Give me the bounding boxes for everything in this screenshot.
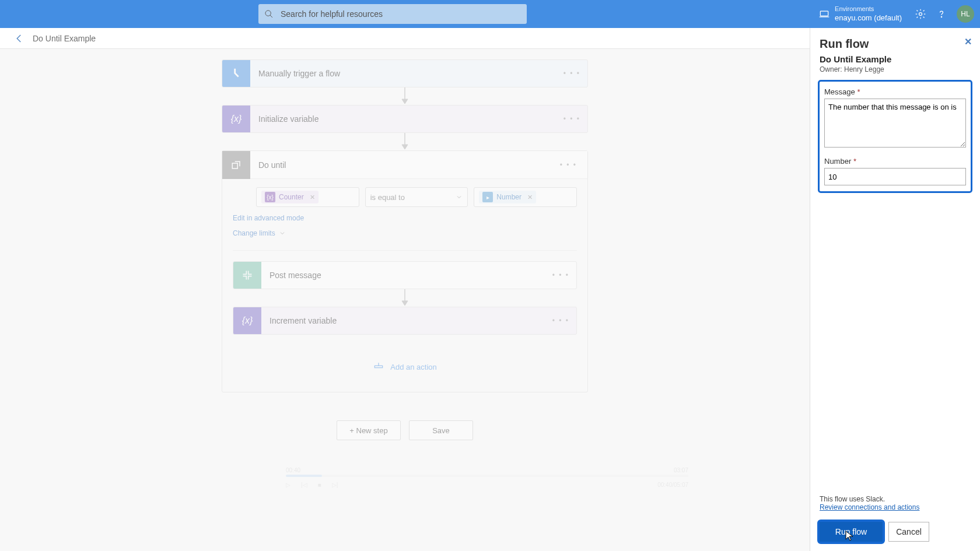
page-title: Do Until Example <box>33 34 96 43</box>
slack-icon <box>233 261 261 289</box>
do-until-header[interactable]: Do until • • • <box>222 151 587 179</box>
form-highlight: Message * Number * <box>820 82 971 191</box>
next-icon[interactable]: ▷| <box>332 482 338 488</box>
close-icon[interactable]: ✕ <box>964 36 972 47</box>
back-arrow-icon[interactable] <box>14 33 24 44</box>
uses-text: This flow uses Slack. <box>820 495 971 503</box>
time-counter: 00:40/05:07 <box>657 482 688 488</box>
panel-title: Run flow <box>820 37 971 51</box>
loop-icon <box>222 151 250 179</box>
help-icon[interactable] <box>936 8 947 20</box>
condition-row: {x} Counter ✕ is equal to ▸ Number ✕ <box>222 179 587 212</box>
number-chip[interactable]: ▸ Number ✕ <box>479 191 536 203</box>
condition-operator[interactable]: is equal to <box>365 187 468 207</box>
connector-arrow <box>233 289 577 307</box>
condition-left[interactable]: {x} Counter ✕ <box>256 187 359 207</box>
svg-point-3 <box>919 13 922 16</box>
time-current: 00:40 <box>286 467 300 473</box>
panel-owner: Owner: Henry Legge <box>820 65 971 73</box>
save-button[interactable]: Save <box>409 420 473 440</box>
svg-point-0 <box>265 10 271 16</box>
chip-var-icon: {x} <box>265 192 275 202</box>
panel-subtitle: Do Until Example <box>820 54 971 64</box>
do-until-label: Do until <box>250 160 286 170</box>
number-input[interactable] <box>824 168 966 185</box>
chip-remove-icon[interactable]: ✕ <box>527 194 533 201</box>
svg-point-4 <box>941 16 942 17</box>
env-name: enayu.com (default) <box>835 13 902 23</box>
search-box[interactable] <box>258 4 527 24</box>
chip-input-icon: ▸ <box>482 192 493 202</box>
gear-icon[interactable] <box>915 8 926 20</box>
change-limits-link[interactable]: Change limits <box>222 224 587 245</box>
init-var-label: Initialize variable <box>250 114 319 124</box>
step-do-until: Do until • • • {x} Counter ✕ is equal to <box>222 150 588 392</box>
environment-selector[interactable]: Environments enayu.com (default) <box>835 5 902 23</box>
post-message-label: Post message <box>261 271 321 280</box>
chevron-down-icon <box>279 230 286 237</box>
number-label: Number * <box>824 157 966 166</box>
env-label: Environments <box>835 5 902 13</box>
avatar[interactable]: HL <box>957 5 974 23</box>
prev-icon[interactable]: |◁ <box>301 482 307 488</box>
svg-marker-8 <box>402 145 408 149</box>
connector-arrow <box>222 133 588 150</box>
run-flow-panel: ✕ Run flow Do Until Example Owner: Henry… <box>810 28 980 551</box>
variable-icon: {x} <box>233 307 261 335</box>
message-input[interactable] <box>824 99 966 148</box>
search-icon <box>264 9 274 19</box>
advanced-mode-link[interactable]: Edit in advanced mode <box>222 212 587 224</box>
svg-marker-6 <box>402 99 408 104</box>
svg-marker-11 <box>402 301 408 306</box>
counter-chip[interactable]: {x} Counter ✕ <box>261 191 318 203</box>
topbar-right: Environments enayu.com (default) HL <box>818 5 974 23</box>
add-action-icon <box>373 361 384 373</box>
increment-label: Increment variable <box>261 316 337 325</box>
play-icon[interactable]: ▷ <box>286 482 290 488</box>
svg-rect-12 <box>375 366 383 367</box>
run-button-highlight: Run flow <box>820 522 883 542</box>
trigger-label: Manually trigger a flow <box>250 69 340 78</box>
divider <box>233 250 577 251</box>
step-increment-variable[interactable]: {x} Increment variable • • • <box>233 307 577 335</box>
chevron-down-icon <box>456 194 463 201</box>
step-menu[interactable]: • • • <box>564 69 580 78</box>
flow-canvas: Manually trigger a flow • • • {x} Initia… <box>0 49 810 551</box>
step-menu[interactable]: • • • <box>564 115 580 123</box>
step-menu[interactable]: • • • <box>552 271 569 279</box>
message-label: Message * <box>824 87 966 96</box>
stop-icon[interactable]: ■ <box>318 482 321 488</box>
review-connections-link[interactable]: Review connections and actions <box>820 503 971 511</box>
variable-icon: {x} <box>222 105 250 133</box>
step-menu[interactable]: • • • <box>552 317 569 325</box>
svg-line-1 <box>270 15 272 17</box>
trigger-icon <box>222 59 250 87</box>
add-action-button[interactable]: Add an action <box>233 356 577 378</box>
chip-remove-icon[interactable]: ✕ <box>310 194 315 201</box>
condition-right[interactable]: ▸ Number ✕ <box>474 187 577 207</box>
svg-rect-9 <box>232 163 237 169</box>
cancel-button[interactable]: Cancel <box>888 522 929 542</box>
step-trigger[interactable]: Manually trigger a flow • • • <box>222 59 588 87</box>
search-input[interactable] <box>281 9 521 19</box>
environment-icon <box>818 8 830 20</box>
step-initialize-variable[interactable]: {x} Initialize variable • • • <box>222 105 588 133</box>
top-bar: Environments enayu.com (default) HL <box>0 0 980 28</box>
step-menu[interactable]: • • • <box>560 161 577 169</box>
svg-rect-2 <box>820 11 828 16</box>
step-post-message[interactable]: Post message • • • <box>233 261 577 289</box>
run-flow-button[interactable]: Run flow <box>820 522 883 542</box>
cursor-icon <box>845 531 853 543</box>
video-player-overlay: 00:40 03:07 ▷ |◁ ■ ▷| 00:40/05:07 <box>286 467 688 492</box>
new-step-button[interactable]: + New step <box>337 420 401 440</box>
connector-arrow <box>222 87 588 105</box>
time-duration: 03:07 <box>674 467 688 473</box>
